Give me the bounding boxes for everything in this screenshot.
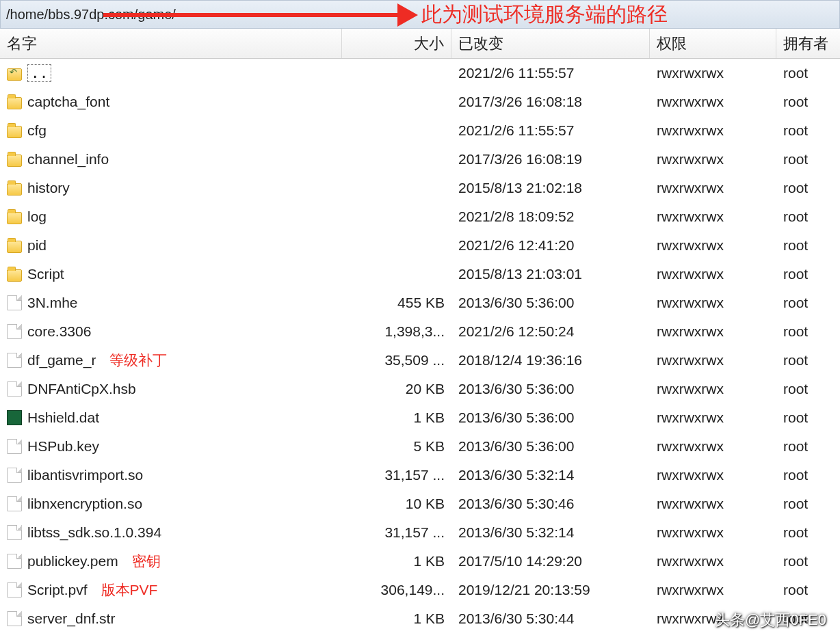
- annotation-note: 密钥: [132, 552, 161, 571]
- folder-row[interactable]: channel_info2017/3/26 16:08:19rwxrwxrwxr…: [0, 145, 840, 174]
- cell-name[interactable]: core.3306: [0, 323, 342, 340]
- file-name: Hshield.dat: [27, 410, 99, 426]
- cell-name[interactable]: df_game_r等级补丁: [0, 351, 342, 370]
- cell-modified: 2017/3/26 16:08:18: [451, 94, 650, 110]
- folder-row[interactable]: Script2015/8/13 21:03:01rwxrwxrwxroot: [0, 260, 840, 289]
- file-icon: [7, 295, 22, 310]
- header-perm[interactable]: 权限: [650, 29, 776, 58]
- cell-size: 1 KB: [342, 611, 451, 627]
- cell-modified: 2013/6/30 5:36:00: [451, 295, 650, 311]
- folder-row[interactable]: log2021/2/8 18:09:52rwxrwxrwxroot: [0, 202, 840, 231]
- cell-owner: root: [776, 496, 840, 512]
- parent-dir-row[interactable]: ..2021/2/6 11:55:57rwxrwxrwxroot: [0, 59, 840, 88]
- cell-name[interactable]: libnxencryption.so: [0, 496, 342, 512]
- folder-icon: [7, 241, 22, 253]
- cell-name[interactable]: libantisvrimport.so: [0, 467, 342, 483]
- cell-size: 1 KB: [342, 553, 451, 569]
- cell-owner: root: [776, 467, 840, 483]
- cell-name[interactable]: channel_info: [0, 151, 342, 167]
- cell-name[interactable]: server_dnf.str: [0, 611, 342, 627]
- cell-name[interactable]: libtss_sdk.so.1.0.394: [0, 524, 342, 541]
- file-name: Script.pvf: [27, 582, 88, 598]
- file-row[interactable]: libtss_sdk.so.1.0.39431,157 ...2013/6/30…: [0, 518, 840, 547]
- cell-perm: rwxrwxrwx: [650, 553, 776, 569]
- cell-modified: 2017/3/26 16:08:19: [451, 151, 650, 167]
- file-name: 3N.mhe: [27, 295, 78, 311]
- cell-name[interactable]: history: [0, 180, 342, 196]
- cell-owner: root: [776, 209, 840, 225]
- folder-row[interactable]: history2015/8/13 21:02:18rwxrwxrwxroot: [0, 174, 840, 202]
- file-row[interactable]: libnxencryption.so10 KB2013/6/30 5:30:46…: [0, 489, 840, 518]
- folder-icon: [7, 97, 22, 109]
- file-name: captcha_font: [27, 94, 109, 110]
- file-row[interactable]: df_game_r等级补丁35,509 ...2018/12/4 19:36:1…: [0, 346, 840, 375]
- cell-name[interactable]: cfg: [0, 122, 342, 139]
- header-name[interactable]: 名字: [0, 29, 342, 58]
- cell-perm: rwxrwxrwx: [650, 524, 776, 541]
- cell-modified: 2015/8/13 21:03:01: [451, 266, 650, 282]
- cell-perm: rwxrwxrwx: [650, 180, 776, 196]
- cell-owner: root: [776, 611, 840, 627]
- header-size[interactable]: 大小: [342, 29, 451, 58]
- file-icon: [7, 525, 22, 540]
- cell-name[interactable]: log: [0, 209, 342, 225]
- path-bar[interactable]: /home/bbs.97dp.com/game/ 此为测试环境服务端的路径: [0, 0, 840, 29]
- cell-name[interactable]: captcha_font: [0, 94, 342, 110]
- cell-owner: root: [776, 266, 840, 282]
- file-name: log: [27, 209, 47, 225]
- file-icon: [7, 439, 22, 454]
- folder-row[interactable]: captcha_font2017/3/26 16:08:18rwxrwxrwxr…: [0, 88, 840, 116]
- cell-modified: 2021/2/6 12:50:24: [451, 323, 650, 340]
- file-name: libtss_sdk.so.1.0.394: [27, 524, 161, 541]
- file-row[interactable]: core.33061,398,3...2021/2/6 12:50:24rwxr…: [0, 317, 840, 346]
- file-icon: [7, 353, 22, 368]
- folder-row[interactable]: cfg2021/2/6 11:55:57rwxrwxrwxroot: [0, 116, 840, 145]
- cell-name[interactable]: Script: [0, 266, 342, 282]
- file-name: HSPub.key: [27, 438, 99, 455]
- cell-modified: 2019/12/21 20:13:59: [451, 582, 650, 598]
- file-list: ..2021/2/6 11:55:57rwxrwxrwxrootcaptcha_…: [0, 59, 840, 633]
- header-owner[interactable]: 拥有者: [776, 29, 840, 58]
- cell-name[interactable]: Hshield.dat: [0, 410, 342, 426]
- cell-name[interactable]: Script.pvf版本PVF: [0, 580, 342, 600]
- file-icon: [7, 410, 22, 425]
- cell-perm: rwxrwxrwx: [650, 209, 776, 225]
- cell-size: 306,149...: [342, 582, 451, 598]
- cell-modified: 2018/12/4 19:36:16: [451, 352, 650, 368]
- cell-owner: root: [776, 438, 840, 455]
- file-row[interactable]: 3N.mhe455 KB2013/6/30 5:36:00rwxrwxrwxro…: [0, 289, 840, 317]
- cell-size: 31,157 ...: [342, 524, 451, 541]
- cell-name[interactable]: pid: [0, 237, 342, 254]
- cell-name[interactable]: 3N.mhe: [0, 295, 342, 311]
- file-name: server_dnf.str: [27, 611, 115, 627]
- cell-perm: rwxrwxrwx: [650, 467, 776, 483]
- cell-owner: root: [776, 582, 840, 598]
- cell-size: 455 KB: [342, 295, 451, 311]
- file-row[interactable]: Script.pvf版本PVF306,149...2019/12/21 20:1…: [0, 576, 840, 604]
- header-modified[interactable]: 已改变: [451, 29, 650, 58]
- cell-name[interactable]: DNFAntiCpX.hsb: [0, 381, 342, 397]
- cell-perm: rwxrwxrwx: [650, 438, 776, 455]
- cell-perm: rwxrwxrwx: [650, 381, 776, 397]
- file-row[interactable]: HSPub.key5 KB2013/6/30 5:36:00rwxrwxrwxr…: [0, 432, 840, 461]
- file-row[interactable]: Hshield.dat1 KB2013/6/30 5:36:00rwxrwxrw…: [0, 403, 840, 432]
- cell-name[interactable]: HSPub.key: [0, 438, 342, 455]
- path-text: /home/bbs.97dp.com/game/: [6, 7, 176, 23]
- cell-perm: rwxrwxrwx: [650, 611, 776, 627]
- file-name: channel_info: [27, 151, 109, 167]
- cell-name[interactable]: ..: [0, 64, 342, 82]
- cell-owner: root: [776, 323, 840, 340]
- file-icon: [7, 381, 22, 397]
- cell-size: 1,398,3...: [342, 323, 451, 340]
- cell-name[interactable]: publickey.pem密钥: [0, 552, 342, 571]
- file-icon: [7, 496, 22, 511]
- file-row[interactable]: server_dnf.str1 KB2013/6/30 5:30:44rwxrw…: [0, 604, 840, 633]
- cell-size: 10 KB: [342, 496, 451, 512]
- file-icon: [7, 582, 22, 598]
- cell-modified: 2021/2/6 11:55:57: [451, 122, 650, 139]
- file-row[interactable]: publickey.pem密钥1 KB2017/5/10 14:29:20rwx…: [0, 547, 840, 576]
- file-row[interactable]: libantisvrimport.so31,157 ...2013/6/30 5…: [0, 461, 840, 489]
- file-row[interactable]: DNFAntiCpX.hsb20 KB2013/6/30 5:36:00rwxr…: [0, 375, 840, 403]
- folder-row[interactable]: pid2021/2/6 12:41:20rwxrwxrwxroot: [0, 231, 840, 260]
- column-headers: 名字 大小 已改变 权限 拥有者: [0, 29, 840, 59]
